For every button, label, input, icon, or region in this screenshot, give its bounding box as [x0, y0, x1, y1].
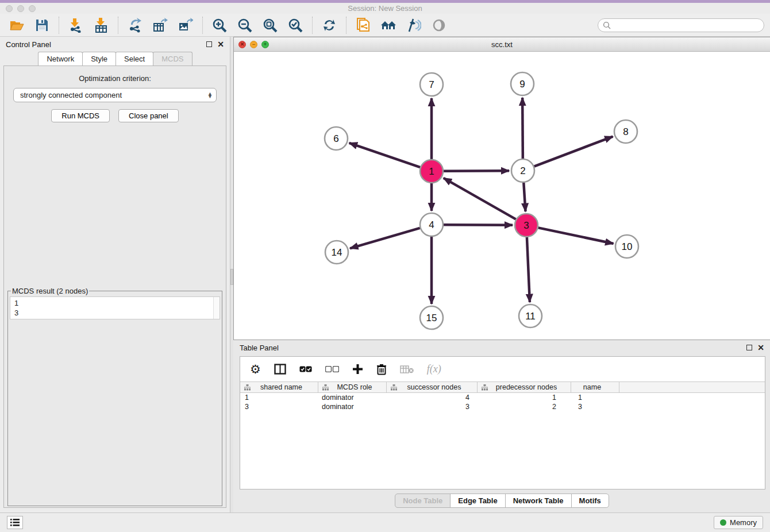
show-graphics-icon[interactable]	[430, 17, 448, 34]
column-label: MCDS role	[329, 383, 386, 391]
table-cell[interactable]: 3	[571, 402, 619, 411]
network-canvas[interactable]: 7968124314101511	[234, 52, 770, 340]
column-header-successor-nodes[interactable]: successor nodes	[387, 382, 478, 392]
select-stepper-icon: ▲▼	[207, 92, 213, 98]
split-view-icon[interactable]	[274, 364, 286, 375]
export-table-icon[interactable]	[152, 17, 169, 34]
table-cell[interactable]: 3	[240, 402, 318, 411]
tab-style[interactable]: Style	[82, 52, 116, 65]
refresh-icon[interactable]	[321, 17, 338, 34]
frame-minimize-icon[interactable]: –	[250, 41, 257, 48]
column-header-MCDS-role[interactable]: MCDS role	[318, 382, 387, 392]
column-header-predecessor-nodes[interactable]: predecessor nodes	[478, 382, 571, 392]
hide-graphics-icon[interactable]	[405, 17, 422, 34]
result-scrollbar[interactable]	[213, 297, 220, 319]
task-history-button[interactable]	[7, 516, 23, 529]
graph-edge-1-2[interactable]	[444, 171, 509, 171]
table-cell[interactable]: 4	[387, 393, 478, 402]
mcds-result-list[interactable]: 1 3	[10, 296, 220, 319]
hierarchy-icon	[322, 384, 329, 391]
tab-network-table[interactable]: Network Table	[505, 494, 572, 508]
memory-button[interactable]: Memory	[714, 516, 763, 529]
export-image-icon[interactable]	[177, 17, 194, 34]
table-cell[interactable]: 2	[478, 402, 571, 411]
table-cell[interactable]: dominator	[318, 393, 387, 402]
graph-node-label: 8	[623, 126, 628, 137]
tab-network[interactable]: Network	[38, 52, 83, 65]
frame-close-icon[interactable]: ✕	[238, 41, 246, 48]
column-header-shared-name[interactable]: shared name	[240, 382, 318, 392]
graph-edge-3-11[interactable]	[527, 237, 530, 302]
graph-node-label: 11	[525, 311, 536, 322]
function-builder-icon[interactable]: f(x)	[427, 363, 441, 375]
zoom-selected-icon[interactable]	[287, 17, 304, 34]
clone-network-icon[interactable]	[355, 17, 372, 34]
memory-label: Memory	[730, 518, 757, 527]
graph-edge-2-8[interactable]	[534, 137, 613, 167]
frame-maximize-icon[interactable]: +	[261, 41, 269, 48]
hierarchy-icon	[391, 384, 397, 391]
main-toolbar	[0, 14, 770, 37]
delete-column-icon[interactable]	[376, 364, 387, 375]
criterion-select[interactable]: strongly connected component ▲▼	[13, 88, 217, 102]
run-mcds-button[interactable]: Run MCDS	[51, 109, 110, 122]
zoom-fit-icon[interactable]	[261, 17, 279, 34]
float-window-icon[interactable]	[746, 345, 752, 350]
tab-node-table[interactable]: Node Table	[395, 494, 451, 508]
table-tabs: Node Table Edge Table Network Table Moti…	[233, 494, 770, 508]
result-item[interactable]: 3	[14, 308, 211, 318]
graph-edge-2-9[interactable]	[522, 98, 523, 159]
graph-node-label: 6	[333, 133, 338, 144]
graph-edge-3-1[interactable]	[444, 178, 516, 219]
splitter-grip[interactable]	[230, 269, 233, 285]
save-session-icon[interactable]	[33, 17, 51, 34]
home-layout-icon[interactable]	[380, 17, 397, 34]
zoom-in-icon[interactable]	[211, 17, 228, 34]
table-cell[interactable]: 1	[571, 393, 619, 402]
float-window-icon[interactable]	[206, 41, 212, 47]
table-row[interactable]: 1dominator411	[240, 393, 765, 402]
tab-edge-table[interactable]: Edge Table	[450, 494, 505, 508]
import-table-icon[interactable]	[93, 17, 110, 34]
column-label: predecessor nodes	[488, 383, 571, 391]
search-box[interactable]	[598, 18, 764, 32]
result-item[interactable]: 1	[14, 298, 211, 308]
close-panel-button[interactable]: Close panel	[118, 109, 179, 122]
network-window-titlebar[interactable]: ✕ – + scc.txt	[234, 37, 770, 52]
table-cell[interactable]: 3	[387, 402, 478, 411]
graph-node-label: 14	[332, 247, 342, 258]
column-header-name[interactable]: name	[571, 382, 619, 392]
deselect-all-columns-icon[interactable]	[325, 366, 339, 372]
graph-edge-2-3[interactable]	[523, 183, 525, 211]
hierarchy-icon	[244, 384, 251, 391]
graph-edge-4-14[interactable]	[350, 228, 420, 248]
table-cell[interactable]: dominator	[318, 402, 387, 411]
import-network-icon[interactable]	[67, 17, 84, 34]
panel-splitter[interactable]	[230, 37, 233, 512]
select-all-columns-icon[interactable]	[299, 366, 312, 372]
delete-table-icon[interactable]	[400, 365, 414, 373]
column-label: shared name	[251, 383, 318, 391]
table-cell[interactable]: 1	[240, 393, 318, 402]
network-view-window: ✕ – + scc.txt 7968124314101511	[233, 37, 770, 340]
close-icon[interactable]: ✕	[757, 345, 764, 350]
export-network-icon[interactable]	[126, 17, 144, 34]
graph-node-label: 10	[622, 241, 633, 252]
zoom-out-icon[interactable]	[236, 17, 253, 34]
table-body[interactable]: 1dominator4113dominator323	[240, 393, 765, 489]
tab-motifs[interactable]: Motifs	[571, 494, 609, 508]
search-input[interactable]	[614, 21, 759, 29]
tab-select[interactable]: Select	[116, 52, 153, 65]
table-row[interactable]: 3dominator323	[240, 402, 765, 411]
tab-mcds[interactable]: MCDS	[153, 52, 192, 65]
graph-edge-1-6[interactable]	[349, 143, 420, 167]
close-icon[interactable]: ✕	[217, 41, 224, 47]
graph-node-label: 1	[429, 166, 434, 177]
graph-node-label: 7	[429, 79, 434, 90]
graph-edge-3-10[interactable]	[538, 228, 614, 244]
table-cell[interactable]: 1	[478, 393, 571, 402]
add-column-icon[interactable]	[352, 364, 363, 375]
graph-edge-4-3[interactable]	[444, 225, 513, 225]
settings-gear-icon[interactable]: ⚙	[250, 364, 261, 375]
open-session-icon[interactable]	[8, 17, 25, 34]
